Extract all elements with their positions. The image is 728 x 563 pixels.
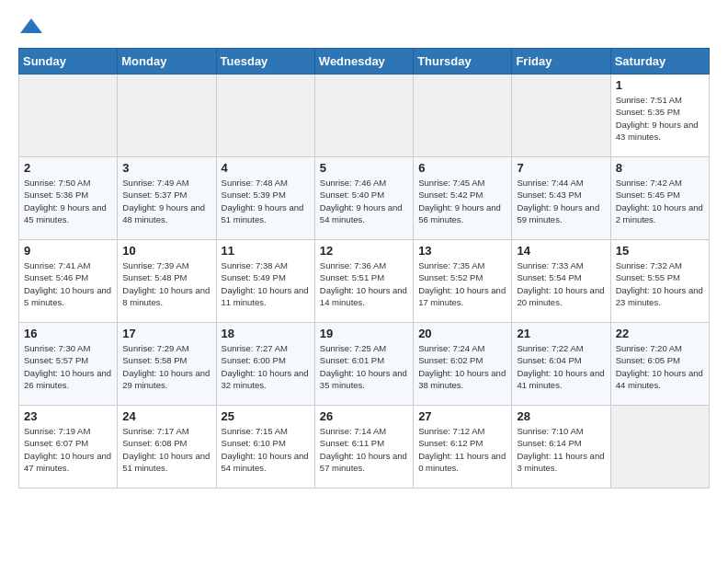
day-info: Sunrise: 7:35 AM Sunset: 5:52 PM Dayligh…: [418, 259, 506, 308]
page: SundayMondayTuesdayWednesdayThursdayFrid…: [0, 0, 728, 503]
day-info: Sunrise: 7:12 AM Sunset: 6:12 PM Dayligh…: [418, 425, 506, 474]
day-number: 8: [616, 161, 704, 175]
day-number: 12: [320, 244, 408, 258]
calendar-cell: 7Sunrise: 7:44 AM Sunset: 5:43 PM Daylig…: [512, 157, 610, 240]
day-info: Sunrise: 7:41 AM Sunset: 5:46 PM Dayligh…: [24, 259, 112, 308]
day-info: Sunrise: 7:29 AM Sunset: 5:58 PM Dayligh…: [122, 342, 210, 391]
calendar-cell: [216, 75, 314, 157]
day-info: Sunrise: 7:27 AM Sunset: 6:00 PM Dayligh…: [222, 342, 310, 391]
day-number: 2: [24, 161, 112, 175]
calendar-cell: 9Sunrise: 7:41 AM Sunset: 5:46 PM Daylig…: [19, 240, 118, 323]
calendar-cell: 5Sunrise: 7:46 AM Sunset: 5:40 PM Daylig…: [314, 157, 413, 240]
day-number: 11: [222, 244, 310, 258]
day-number: 23: [24, 409, 112, 423]
day-number: 26: [320, 409, 408, 423]
day-info: Sunrise: 7:30 AM Sunset: 5:57 PM Dayligh…: [24, 342, 112, 391]
day-info: Sunrise: 7:14 AM Sunset: 6:11 PM Dayligh…: [320, 425, 408, 474]
logo-icon: [20, 15, 42, 37]
calendar-cell: 18Sunrise: 7:27 AM Sunset: 6:00 PM Dayli…: [216, 323, 314, 406]
day-info: Sunrise: 7:42 AM Sunset: 5:45 PM Dayligh…: [616, 177, 704, 225]
day-number: 28: [517, 409, 605, 423]
weekday-header: Sunday: [19, 49, 118, 75]
calendar-week-row: 1Sunrise: 7:51 AM Sunset: 5:35 PM Daylig…: [19, 75, 710, 157]
day-number: 19: [320, 327, 408, 340]
calendar-cell: 27Sunrise: 7:12 AM Sunset: 6:12 PM Dayli…: [414, 406, 512, 488]
day-info: Sunrise: 7:38 AM Sunset: 5:49 PM Dayligh…: [222, 259, 310, 308]
calendar-cell: 17Sunrise: 7:29 AM Sunset: 5:58 PM Dayli…: [118, 323, 216, 406]
calendar-cell: 26Sunrise: 7:14 AM Sunset: 6:11 PM Dayli…: [314, 406, 413, 488]
calendar-cell: 15Sunrise: 7:32 AM Sunset: 5:55 PM Dayli…: [610, 240, 709, 323]
calendar-cell: 6Sunrise: 7:45 AM Sunset: 5:42 PM Daylig…: [414, 157, 512, 240]
day-info: Sunrise: 7:49 AM Sunset: 5:37 PM Dayligh…: [122, 177, 210, 225]
day-number: 25: [222, 409, 310, 423]
day-info: Sunrise: 7:48 AM Sunset: 5:39 PM Dayligh…: [222, 177, 310, 225]
weekday-header: Saturday: [610, 49, 709, 75]
calendar-cell: 16Sunrise: 7:30 AM Sunset: 5:57 PM Dayli…: [19, 323, 118, 406]
calendar-cell: 2Sunrise: 7:50 AM Sunset: 5:36 PM Daylig…: [19, 157, 118, 240]
day-number: 15: [616, 244, 704, 258]
day-number: 16: [24, 327, 112, 340]
day-number: 6: [418, 161, 506, 175]
day-number: 7: [517, 161, 605, 175]
day-number: 24: [122, 409, 210, 423]
calendar-cell: 28Sunrise: 7:10 AM Sunset: 6:14 PM Dayli…: [512, 406, 610, 488]
calendar-cell: 20Sunrise: 7:24 AM Sunset: 6:02 PM Dayli…: [414, 323, 512, 406]
calendar: SundayMondayTuesdayWednesdayThursdayFrid…: [18, 48, 710, 488]
calendar-cell: [19, 75, 118, 157]
day-info: Sunrise: 7:17 AM Sunset: 6:08 PM Dayligh…: [122, 425, 210, 474]
calendar-cell: [610, 406, 709, 488]
weekday-header-row: SundayMondayTuesdayWednesdayThursdayFrid…: [19, 49, 710, 75]
weekday-header: Monday: [118, 49, 216, 75]
calendar-cell: 3Sunrise: 7:49 AM Sunset: 5:37 PM Daylig…: [118, 157, 216, 240]
calendar-week-row: 23Sunrise: 7:19 AM Sunset: 6:07 PM Dayli…: [19, 406, 710, 488]
weekday-header: Thursday: [414, 49, 512, 75]
day-info: Sunrise: 7:44 AM Sunset: 5:43 PM Dayligh…: [517, 177, 605, 225]
day-number: 3: [122, 161, 210, 175]
day-number: 13: [418, 244, 506, 258]
logo: [18, 15, 42, 37]
calendar-cell: [118, 75, 216, 157]
day-info: Sunrise: 7:10 AM Sunset: 6:14 PM Dayligh…: [517, 425, 605, 474]
day-info: Sunrise: 7:20 AM Sunset: 6:05 PM Dayligh…: [616, 342, 704, 391]
day-number: 1: [616, 78, 704, 92]
calendar-cell: 24Sunrise: 7:17 AM Sunset: 6:08 PM Dayli…: [118, 406, 216, 488]
calendar-cell: 4Sunrise: 7:48 AM Sunset: 5:39 PM Daylig…: [216, 157, 314, 240]
calendar-cell: 22Sunrise: 7:20 AM Sunset: 6:05 PM Dayli…: [610, 323, 709, 406]
day-info: Sunrise: 7:39 AM Sunset: 5:48 PM Dayligh…: [122, 259, 210, 308]
day-info: Sunrise: 7:50 AM Sunset: 5:36 PM Dayligh…: [24, 177, 112, 225]
calendar-cell: 23Sunrise: 7:19 AM Sunset: 6:07 PM Dayli…: [19, 406, 118, 488]
weekday-header: Friday: [512, 49, 610, 75]
header: [18, 15, 710, 37]
weekday-header: Tuesday: [216, 49, 314, 75]
day-info: Sunrise: 7:15 AM Sunset: 6:10 PM Dayligh…: [222, 425, 310, 474]
calendar-cell: 11Sunrise: 7:38 AM Sunset: 5:49 PM Dayli…: [216, 240, 314, 323]
calendar-cell: [314, 75, 413, 157]
day-info: Sunrise: 7:45 AM Sunset: 5:42 PM Dayligh…: [418, 177, 506, 225]
calendar-cell: 21Sunrise: 7:22 AM Sunset: 6:04 PM Dayli…: [512, 323, 610, 406]
day-number: 21: [517, 327, 605, 340]
day-number: 9: [24, 244, 112, 258]
day-number: 18: [222, 327, 310, 340]
day-number: 22: [616, 327, 704, 340]
day-info: Sunrise: 7:22 AM Sunset: 6:04 PM Dayligh…: [517, 342, 605, 391]
day-info: Sunrise: 7:19 AM Sunset: 6:07 PM Dayligh…: [24, 425, 112, 474]
day-info: Sunrise: 7:25 AM Sunset: 6:01 PM Dayligh…: [320, 342, 408, 391]
calendar-cell: [414, 75, 512, 157]
day-number: 5: [320, 161, 408, 175]
day-info: Sunrise: 7:51 AM Sunset: 5:35 PM Dayligh…: [616, 94, 704, 143]
calendar-cell: 12Sunrise: 7:36 AM Sunset: 5:51 PM Dayli…: [314, 240, 413, 323]
calendar-cell: 13Sunrise: 7:35 AM Sunset: 5:52 PM Dayli…: [414, 240, 512, 323]
calendar-cell: 14Sunrise: 7:33 AM Sunset: 5:54 PM Dayli…: [512, 240, 610, 323]
calendar-week-row: 9Sunrise: 7:41 AM Sunset: 5:46 PM Daylig…: [19, 240, 710, 323]
day-number: 10: [122, 244, 210, 258]
weekday-header: Wednesday: [314, 49, 413, 75]
day-number: 20: [418, 327, 506, 340]
day-number: 4: [222, 161, 310, 175]
day-number: 27: [418, 409, 506, 423]
day-number: 14: [517, 244, 605, 258]
calendar-cell: 19Sunrise: 7:25 AM Sunset: 6:01 PM Dayli…: [314, 323, 413, 406]
calendar-cell: 8Sunrise: 7:42 AM Sunset: 5:45 PM Daylig…: [610, 157, 709, 240]
calendar-cell: 10Sunrise: 7:39 AM Sunset: 5:48 PM Dayli…: [118, 240, 216, 323]
calendar-cell: 1Sunrise: 7:51 AM Sunset: 5:35 PM Daylig…: [610, 75, 709, 157]
calendar-week-row: 2Sunrise: 7:50 AM Sunset: 5:36 PM Daylig…: [19, 157, 710, 240]
